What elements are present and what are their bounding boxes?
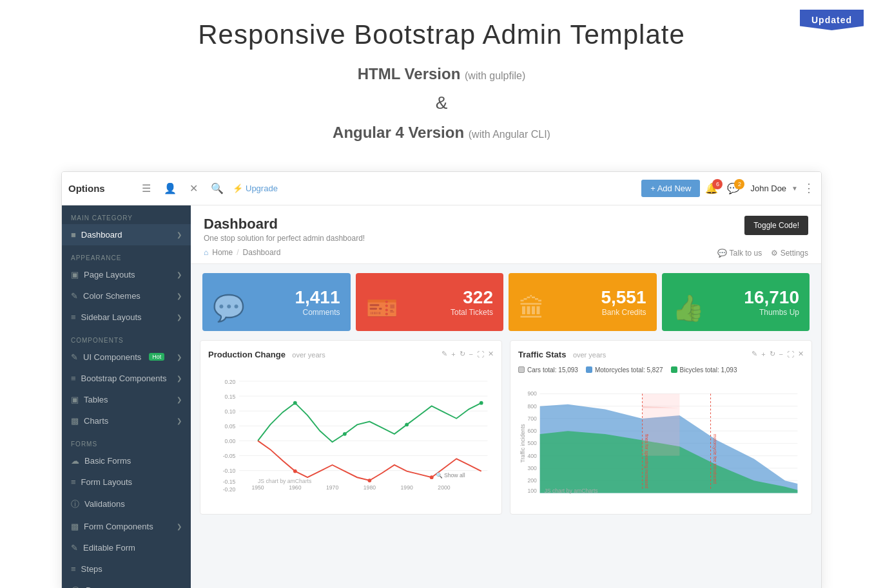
sidebar-label-form-components: Form Components — [84, 522, 153, 531]
motorcycles-dot — [586, 366, 592, 373]
svg-text:-0.05: -0.05 — [223, 453, 236, 459]
chevron-bootstrap: ❯ — [177, 375, 182, 382]
prod-close-icon[interactable]: ✕ — [488, 350, 494, 358]
breadcrumb-current: Dashboard — [243, 248, 281, 257]
more-options-icon[interactable]: ⋮ — [803, 181, 815, 195]
breadcrumb-sep: / — [237, 248, 238, 257]
svg-text:1950: 1950 — [251, 484, 264, 491]
cars-dot — [518, 366, 525, 373]
home-icon: ⌂ — [204, 248, 208, 257]
bootstrap-icon: ≡ — [71, 374, 76, 383]
svg-text:0.00: 0.00 — [225, 438, 236, 444]
svg-point-26 — [293, 469, 297, 473]
basic-forms-icon: ☁ — [71, 456, 79, 466]
prod-minus-icon[interactable]: − — [469, 350, 473, 358]
menu-icon[interactable]: ☰ — [138, 180, 155, 197]
search-icon[interactable]: 🔍 — [207, 180, 228, 197]
dashboard-title: Dashboard — [204, 216, 365, 232]
page-title: Responsive Bootstrap Admin Template — [13, 19, 870, 50]
sidebar-item-sidebar-layouts[interactable]: ≡ Sidebar Layouts ❯ — [62, 307, 191, 328]
toggle-code-button[interactable]: Toggle Code! — [744, 216, 808, 235]
close-icon[interactable]: ✕ — [186, 180, 202, 197]
traffic-minus-icon[interactable]: − — [779, 350, 783, 358]
sidebar-section-components: COMPONENTS — [62, 328, 191, 346]
notification-count: 6 — [712, 179, 723, 189]
subtitle-html-paren: (with gulpfile) — [465, 70, 525, 81]
sidebar-item-charts[interactable]: ▩ Charts ❯ — [62, 410, 191, 432]
charts-icon: ▩ — [71, 416, 79, 426]
tables-icon: ▣ — [71, 395, 79, 404]
production-chart-subtitle: over years — [292, 351, 325, 359]
prod-expand-icon[interactable]: ⛶ — [477, 350, 484, 358]
sidebar-item-steps[interactable]: ≡ Steps — [62, 558, 191, 580]
topbar-logo: Options — [68, 183, 126, 194]
svg-text:fines for speeding increased: fines for speeding increased — [644, 434, 649, 488]
sidebar: MAIN CATEGORY ■ Dashboard ❯ APPEARANCE ▣… — [62, 205, 191, 588]
sidebar-label-dashboard: Dashboard — [81, 230, 122, 240]
sidebar-item-tables[interactable]: ▣ Tables ❯ — [62, 389, 191, 410]
user-icon[interactable]: 👤 — [160, 180, 180, 197]
traffic-expand-icon[interactable]: ⛶ — [787, 350, 794, 358]
stat-card-comments: 💬 1,411 Comments — [202, 273, 351, 331]
traffic-add-icon[interactable]: + — [761, 350, 765, 358]
sidebar-item-page-layouts[interactable]: ▣ Page Layouts ❯ — [62, 264, 191, 285]
prod-add-icon[interactable]: + — [451, 350, 455, 358]
dashboard-subtitle: One stop solution for perfect admin dash… — [204, 234, 365, 243]
user-dropdown-icon[interactable]: ▼ — [791, 185, 798, 192]
comments-number: 1,411 — [295, 287, 340, 308]
sidebar-label-steps: Steps — [81, 564, 102, 574]
sidebar-item-basic-forms[interactable]: ☁ Basic Forms — [62, 450, 191, 471]
sidebar-item-dropzone[interactable]: ◯ Dropzone — [62, 580, 191, 588]
sidebar-item-editable-form[interactable]: ✎ Editable Form — [62, 537, 191, 558]
sidebar-item-color-schemes[interactable]: ✎ Color Schemes ❯ — [62, 285, 191, 307]
form-layouts-icon: ≡ — [71, 477, 76, 487]
message-count: 2 — [734, 179, 744, 189]
subtitle-html: HTML Version — [358, 65, 461, 82]
prod-edit-icon[interactable]: ✎ — [442, 350, 447, 358]
sidebar-item-validations[interactable]: ⓘ Validations — [62, 493, 191, 516]
settings-link[interactable]: ⚙ Settings — [771, 249, 808, 258]
traffic-close-icon[interactable]: ✕ — [798, 350, 804, 358]
svg-text:1980: 1980 — [364, 484, 376, 491]
sidebar-label-tables: Tables — [84, 395, 108, 404]
cars-label: Cars total: 15,093 — [527, 366, 578, 374]
sidebar-item-dashboard[interactable]: ■ Dashboard ❯ — [62, 224, 191, 245]
talk-to-us-link[interactable]: 💬 Talk to us — [717, 249, 762, 258]
user-menu[interactable]: John Doe — [750, 184, 786, 193]
svg-text:Traffic incidents: Traffic incidents — [519, 423, 526, 462]
bolt-icon: ⚡ — [233, 184, 243, 193]
bank-icon: 🏛 — [519, 294, 545, 323]
add-new-button[interactable]: + Add New — [641, 180, 700, 197]
demo-window: Options ☰ 👤 ✕ 🔍 ⚡ Upgrade + Add New 🔔 6 … — [61, 171, 822, 588]
sidebar-label-bootstrap: Bootstrap Components — [81, 374, 167, 383]
notification-bell[interactable]: 🔔 6 — [705, 182, 718, 194]
traffic-chart-title: Traffic Stats — [518, 350, 566, 359]
svg-point-28 — [430, 475, 434, 479]
bank-number: 5,551 — [601, 287, 646, 308]
page-layouts-icon: ▣ — [71, 270, 79, 280]
svg-text:1990: 1990 — [401, 484, 413, 491]
sidebar-item-form-layouts[interactable]: ≡ Form Layouts — [62, 471, 191, 493]
svg-text:700: 700 — [527, 415, 537, 421]
tickets-number: 322 — [451, 287, 493, 308]
sidebar-item-form-components[interactable]: ▩ Form Components ❯ — [62, 516, 191, 537]
updated-badge: Updated — [800, 10, 864, 30]
sidebar-section-main: MAIN CATEGORY — [62, 205, 191, 224]
prod-refresh-icon[interactable]: ↻ — [460, 350, 465, 358]
chevron-color-schemes: ❯ — [177, 292, 182, 299]
tickets-icon: 🎫 — [366, 293, 398, 323]
traffic-refresh-icon[interactable]: ↻ — [770, 350, 775, 358]
content-area: Dashboard One stop solution for perfect … — [191, 205, 821, 588]
hot-badge: Hot — [149, 353, 164, 361]
stat-card-thumbs: 👍 16,710 Thumbs Up — [662, 273, 810, 331]
comments-label: Comments — [295, 308, 340, 317]
svg-text:JS chart by amCharts: JS chart by amCharts — [258, 477, 312, 484]
message-icon-item[interactable]: 💬 2 — [727, 182, 740, 194]
production-chart-title: Production Change — [208, 350, 286, 359]
sidebar-item-ui-components[interactable]: ✎ UI Components Hot ❯ — [62, 346, 191, 368]
traffic-edit-icon[interactable]: ✎ — [752, 350, 757, 358]
upgrade-button[interactable]: ⚡ Upgrade — [233, 184, 278, 193]
svg-text:900: 900 — [527, 390, 537, 397]
sidebar-item-bootstrap[interactable]: ≡ Bootstrap Components ❯ — [62, 368, 191, 389]
svg-text:600: 600 — [527, 428, 537, 434]
